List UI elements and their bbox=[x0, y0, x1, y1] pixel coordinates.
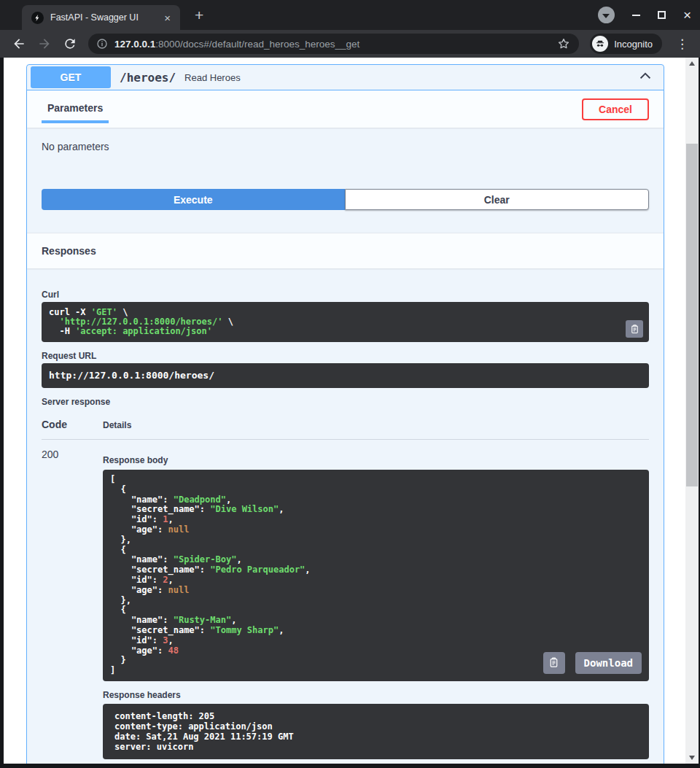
copy-curl-button[interactable] bbox=[626, 320, 643, 338]
triangle-up-icon bbox=[689, 61, 695, 66]
collapse-button[interactable] bbox=[631, 67, 660, 88]
tab-close-icon[interactable]: × bbox=[160, 11, 174, 25]
curl-command-block: curl -X 'GET' \ 'http://127.0.0.1:8000/h… bbox=[42, 302, 649, 342]
browser-toolbar: 127.0.0.1:8000/docs#/default/read_heroes… bbox=[0, 30, 700, 58]
maximize-button[interactable] bbox=[658, 11, 666, 19]
opblock-get-heroes: GET /heroes/ Read Heroes Parameters Canc… bbox=[26, 64, 664, 764]
incognito-icon bbox=[592, 36, 608, 52]
clear-button[interactable]: Clear bbox=[345, 189, 650, 210]
response-body-block: [ { "name": "Deadpond", "secret_name": "… bbox=[103, 470, 649, 681]
incognito-label: Incognito bbox=[614, 39, 653, 50]
responses-title: Responses bbox=[42, 245, 96, 257]
opblock-summary[interactable]: GET /heroes/ Read Heroes bbox=[27, 65, 664, 90]
incognito-badge: Incognito bbox=[590, 34, 662, 54]
response-body-actions: Download bbox=[543, 652, 642, 674]
reload-button[interactable] bbox=[63, 36, 77, 51]
browser-menu-button[interactable]: ⋮ bbox=[673, 36, 691, 52]
back-button[interactable] bbox=[12, 36, 26, 51]
tab-title: FastAPI - Swagger UI bbox=[50, 12, 160, 23]
response-body-label: Response body bbox=[103, 455, 649, 465]
tab-strip: FastAPI - Swagger UI × + × bbox=[0, 0, 700, 30]
scrollbar-thumb[interactable] bbox=[686, 144, 698, 486]
no-parameters-text: No parameters bbox=[42, 141, 649, 152]
parameters-tab: Parameters bbox=[42, 95, 109, 123]
forward-button[interactable] bbox=[37, 36, 52, 51]
parameters-header: Parameters Cancel bbox=[27, 90, 664, 128]
responses-body: Curl curl -X 'GET' \ 'http://127.0.0.1:8… bbox=[27, 268, 664, 764]
chevron-up-icon bbox=[638, 70, 653, 82]
http-method-badge: GET bbox=[31, 66, 111, 88]
download-button[interactable]: Download bbox=[575, 652, 642, 674]
execute-button[interactable]: Execute bbox=[42, 189, 345, 210]
server-response-table: Code Details 200 Response body [ { "name… bbox=[42, 419, 649, 759]
page-content: GET /heroes/ Read Heroes Parameters Canc… bbox=[4, 58, 699, 764]
response-headers-block: content-length: 205content-type: applica… bbox=[103, 704, 649, 759]
copy-response-button[interactable] bbox=[543, 652, 565, 674]
server-response-label: Server response bbox=[42, 397, 649, 407]
browser-tab[interactable]: FastAPI - Swagger UI × bbox=[22, 5, 180, 30]
curl-label: Curl bbox=[42, 290, 649, 300]
swagger-page: GET /heroes/ Read Heroes Parameters Canc… bbox=[4, 58, 685, 764]
responses-header: Responses bbox=[27, 233, 664, 268]
status-code: 200 bbox=[42, 440, 103, 759]
new-tab-button[interactable]: + bbox=[190, 7, 208, 24]
request-url-block: http://127.0.0.1:8000/heroes/ bbox=[42, 363, 649, 388]
cancel-button[interactable]: Cancel bbox=[582, 98, 649, 120]
response-headers-label: Response headers bbox=[103, 690, 649, 700]
fastapi-favicon-icon bbox=[31, 12, 44, 24]
address-bar[interactable]: 127.0.0.1:8000/docs#/default/read_heroes… bbox=[88, 34, 579, 54]
browser-window: FastAPI - Swagger UI × + × 127.0.0.1:800… bbox=[0, 0, 700, 768]
caret-down-icon bbox=[602, 14, 610, 18]
parameters-body: No parameters bbox=[27, 128, 664, 152]
endpoint-summary: Read Heroes bbox=[184, 72, 631, 83]
execute-row: Execute Clear bbox=[42, 189, 649, 210]
url-text: 127.0.0.1:8000/docs#/default/read_heroes… bbox=[114, 39, 551, 50]
window-controls: × bbox=[598, 0, 691, 30]
minimize-button[interactable] bbox=[632, 15, 640, 16]
bookmark-star-icon[interactable] bbox=[557, 37, 570, 50]
url-path: :8000/docs#/default/read_heroes_heroes__… bbox=[155, 39, 359, 50]
vertical-scrollbar[interactable] bbox=[685, 58, 699, 764]
endpoint-path: /heroes/ bbox=[120, 71, 176, 85]
url-host: 127.0.0.1 bbox=[114, 39, 155, 50]
tab-search-button[interactable] bbox=[598, 7, 615, 23]
response-details-cell: Response body [ { "name": "Deadpond", "s… bbox=[103, 440, 649, 759]
scroll-up-button[interactable] bbox=[685, 58, 699, 69]
clipboard-icon bbox=[548, 656, 560, 669]
site-info-icon[interactable] bbox=[96, 38, 108, 50]
clipboard-icon bbox=[629, 324, 640, 335]
window-close-button[interactable]: × bbox=[683, 8, 691, 22]
details-column-header: Details bbox=[103, 419, 649, 430]
scroll-down-button[interactable] bbox=[685, 752, 699, 764]
request-url-label: Request URL bbox=[42, 351, 649, 361]
triangle-down-icon bbox=[689, 756, 695, 760]
code-column-header: Code bbox=[42, 419, 103, 430]
